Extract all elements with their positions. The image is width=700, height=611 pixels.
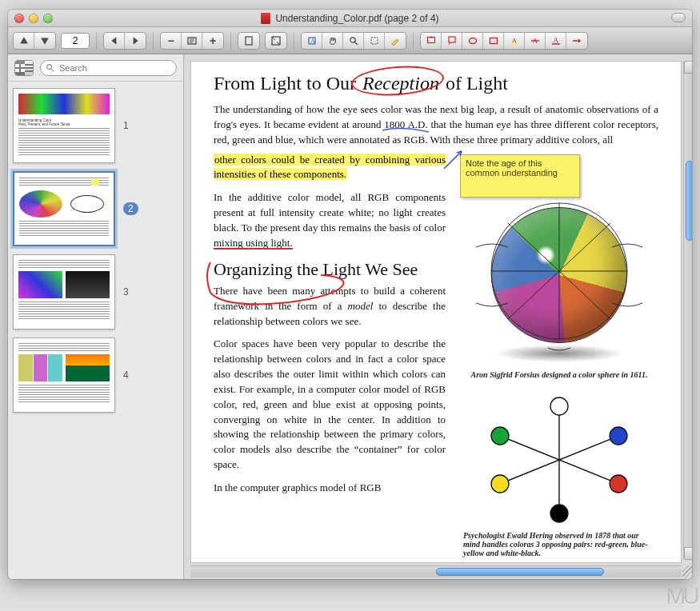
svg-point-26 [491, 427, 509, 445]
svg-text:A: A [310, 38, 315, 45]
sidebar-view-segmented [14, 60, 34, 76]
zoom-out-button[interactable]: − [161, 33, 182, 49]
svg-point-27 [610, 475, 627, 493]
vertical-scrollbar[interactable] [683, 61, 692, 560]
thumbnail-row[interactable]: 4 [13, 337, 178, 413]
document-area: From Light to Our Reception of Light The… [184, 54, 692, 579]
sticky-note-annotation[interactable]: Note the age of this common understandin… [460, 154, 580, 198]
previous-page-button[interactable] [14, 33, 34, 49]
body-paragraph: other colors could be created by combini… [214, 153, 446, 183]
svg-rect-1 [246, 37, 252, 45]
horizontal-scrollbar[interactable] [190, 565, 682, 577]
window-title: Understanding_Color.pdf (page 2 of 4) [275, 13, 438, 24]
figure-hering [460, 392, 658, 528]
close-window-button[interactable] [14, 14, 24, 23]
view-mode-group [238, 32, 260, 50]
thumbnail-row[interactable]: Understanding Color:Past, Present, and F… [13, 88, 178, 163]
thumbnails-view-button[interactable] [15, 61, 25, 75]
figure-caption: Aron Sigfrid Forsius designed a color sp… [460, 370, 658, 379]
sticky-note-text: Note the age of this common understandin… [466, 158, 558, 178]
red-underline-annotation[interactable]: mixing using light. [214, 237, 293, 249]
svg-point-5 [350, 37, 354, 42]
thumbnail-row[interactable]: 3 [13, 254, 178, 329]
search-input[interactable] [58, 62, 171, 74]
svg-rect-17 [15, 69, 19, 72]
page-title: From Light to Our Reception of Light [214, 73, 658, 94]
list-view-button[interactable] [25, 61, 34, 75]
tool-group: A [301, 32, 406, 50]
body-paragraph: There have been many attempts to build a… [214, 284, 446, 329]
svg-point-9 [469, 38, 476, 43]
svg-point-29 [610, 427, 627, 445]
search-field[interactable] [40, 60, 177, 76]
add-circle-button[interactable] [462, 33, 483, 49]
magnify-tool[interactable] [343, 33, 364, 49]
hand-tool[interactable] [322, 33, 343, 49]
back-button[interactable] [104, 33, 125, 49]
document-icon [261, 13, 270, 24]
page-thumbnail[interactable]: Understanding Color:Past, Present, and F… [13, 88, 115, 163]
page-thumbnail[interactable] [13, 337, 115, 413]
strikethrough-text-button[interactable]: A [525, 33, 546, 49]
page-thumbnail[interactable] [13, 254, 115, 329]
add-note-button[interactable] [421, 33, 442, 49]
zoom-in-button[interactable]: + [202, 33, 223, 49]
body-paragraph: In the additive color model, all RGB com… [214, 190, 446, 250]
date-with-line-annotation: 1800 A.D. [384, 118, 430, 130]
app-window: Understanding_Color.pdf (page 2 of 4) − [8, 10, 692, 579]
highlight-text-button[interactable]: A [504, 33, 525, 49]
body-paragraph: In the computer graphics model of RGB [214, 481, 446, 496]
thumbnail-list[interactable]: Understanding Color:Past, Present, and F… [8, 82, 183, 579]
underline-text-button[interactable]: A [546, 33, 566, 49]
svg-rect-10 [490, 38, 497, 43]
add-box-button[interactable] [483, 33, 504, 49]
titlebar: Understanding_Color.pdf (page 2 of 4) [8, 10, 692, 27]
watermark: MU [666, 582, 697, 609]
freehand-tool[interactable] [385, 33, 406, 49]
annotation-group: A A A [420, 32, 588, 50]
fullscreen-button[interactable] [266, 33, 286, 49]
highlight-annotation[interactable]: other colors could be created by combini… [214, 154, 446, 181]
zoom-window-button[interactable] [43, 14, 53, 23]
marquee-tool[interactable] [364, 33, 385, 49]
thumbnail-number: 2 [123, 202, 138, 215]
svg-rect-12 [510, 42, 518, 44]
page-up-down-group [13, 32, 56, 50]
body-paragraph: Color spaces have been very popular to d… [214, 337, 446, 473]
sidebar-controls [8, 54, 183, 82]
section-heading: Organizing the Light We See [214, 259, 446, 279]
single-page-button[interactable] [238, 33, 259, 49]
vertical-scroll-thumb[interactable] [686, 161, 692, 241]
svg-rect-8 [449, 37, 455, 42]
thumbnail-number: 3 [123, 286, 129, 298]
window-resize-handle[interactable] [682, 565, 692, 578]
svg-rect-6 [371, 38, 378, 44]
history-nav-group [103, 32, 146, 50]
document-page[interactable]: From Light to Our Reception of Light The… [190, 61, 682, 563]
body-paragraph: The understanding of how the eye sees co… [214, 102, 658, 148]
toolbar: − + A [8, 27, 692, 54]
svg-point-24 [550, 397, 568, 415]
figure-caption: Psychologist Ewald Hering observed in 18… [460, 531, 658, 557]
horizontal-scroll-thumb[interactable] [436, 568, 604, 576]
thumbnail-row[interactable]: 2 [13, 171, 178, 246]
next-page-button[interactable] [34, 33, 55, 49]
minimize-window-button[interactable] [29, 14, 38, 23]
svg-point-28 [491, 475, 509, 493]
window-controls [14, 14, 53, 23]
svg-point-19 [47, 65, 52, 70]
search-icon [46, 63, 54, 72]
toolbar-toggle-pill[interactable] [671, 13, 686, 22]
note-pointer-line [442, 150, 463, 170]
add-anchored-note-button[interactable] [442, 33, 462, 49]
zoom-fit-button[interactable] [182, 33, 202, 49]
thumbnail-number: 4 [123, 369, 129, 381]
page-number-input[interactable] [61, 33, 90, 49]
svg-rect-15 [15, 64, 19, 67]
add-line-button[interactable] [566, 33, 587, 49]
forward-button[interactable] [125, 33, 146, 49]
page-thumbnail[interactable] [13, 171, 115, 246]
text-select-tool[interactable]: A [302, 33, 322, 49]
circled-word: Reception [361, 73, 446, 94]
zoom-group: − + [160, 32, 224, 50]
